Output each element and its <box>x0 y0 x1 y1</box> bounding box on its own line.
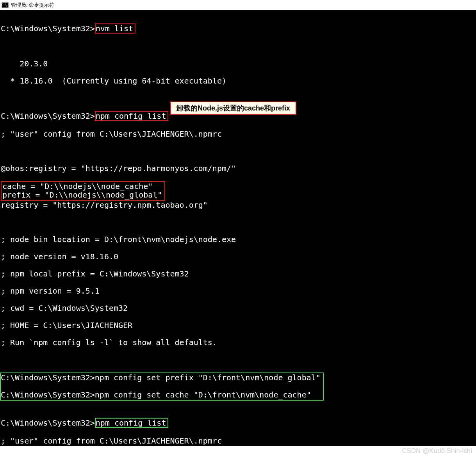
nvm-out-2: * 18.16.0 (Currently using 64-bit execut… <box>1 77 475 85</box>
cfg1-cwd: ; cwd = C:\Windows\System32 <box>1 304 475 312</box>
blank-line <box>1 147 475 155</box>
console-area[interactable]: C:\Windows\System32>nvm list 20.3.0 * 18… <box>0 10 476 446</box>
annotation-callout: 卸载的Node.js设置的cache和prefix <box>170 102 296 115</box>
prompt: C:\Windows\System32> <box>1 111 95 121</box>
cfg1-cache: cache = "D:\\nodejs\\node_cache" <box>2 182 162 191</box>
set-commands-box: C:\Windows\System32>npm config set prefi… <box>0 372 324 401</box>
blank-line <box>1 355 475 364</box>
cmd-npm-config-list: npm config list <box>95 111 169 121</box>
prompt: C:\Windows\System32> <box>1 24 95 33</box>
prompt: C:\Windows\System32> <box>1 418 95 428</box>
line-nvm-list: C:\Windows\System32>nvm list <box>1 23 475 34</box>
cfg1-registry: registry = "https://registry.npm.taobao.… <box>1 201 475 209</box>
cfg1-cache-prefix-box: cache = "D:\\nodejs\\node_cache"prefix =… <box>1 181 165 201</box>
cfg1-npmver: ; npm version = 9.5.1 <box>1 287 475 295</box>
prompt: C:\Windows\System32> <box>1 390 95 399</box>
blank-line <box>1 401 475 409</box>
cfg1-runhint: ; Run `npm config ls -l` to show all def… <box>1 338 475 347</box>
cmd-set-cache: npm config set cache "D:\front\nvm\node_… <box>95 390 311 399</box>
blank-line <box>1 42 475 51</box>
window-titlebar: C:\. 管理员: 命令提示符 <box>0 0 476 10</box>
blank-line <box>1 382 321 390</box>
cmd-npm-config-list-2: npm config list <box>95 418 169 428</box>
line-npm-cfg-list-2: C:\Windows\System32>npm config list <box>1 418 475 428</box>
watermark: CSDN @Kudō Shin-ichi <box>402 447 472 455</box>
prompt: C:\Windows\System32> <box>1 373 95 382</box>
cmd-nvm-list: nvm list <box>95 23 135 34</box>
cmd-set-prefix: npm config set prefix "D:\front\nvm\node… <box>95 373 321 382</box>
nvm-out-1: 20.3.0 <box>1 59 475 68</box>
cfg1-nodebin: ; node bin location = D:\front\nvm\nodej… <box>1 235 475 244</box>
cfg1-nodever: ; node version = v18.16.0 <box>1 252 475 261</box>
window-title: 管理员: 命令提示符 <box>11 2 54 9</box>
cmd-icon: C:\. <box>2 2 9 8</box>
cfg1-home: ; HOME = C:\Users\JIACHENGER <box>1 321 475 330</box>
cfg1-ohos: @ohos:registry = "https://repo.harmonyos… <box>1 164 475 173</box>
cfg2-user: ; "user" config from C:\Users\JIACHENGER… <box>1 437 475 445</box>
cfg1-prefix: prefix = "D:\\nodejs\\node_global" <box>2 191 162 199</box>
blank-line <box>1 218 475 226</box>
cfg1-user: ; "user" config from C:\Users\JIACHENGER… <box>1 130 475 138</box>
blank-line <box>1 94 475 102</box>
line-set-prefix: C:\Windows\System32>npm config set prefi… <box>1 373 321 382</box>
cfg1-npmprefix: ; npm local prefix = C:\Windows\System32 <box>1 269 475 278</box>
line-set-cache: C:\Windows\System32>npm config set cache… <box>1 390 321 399</box>
